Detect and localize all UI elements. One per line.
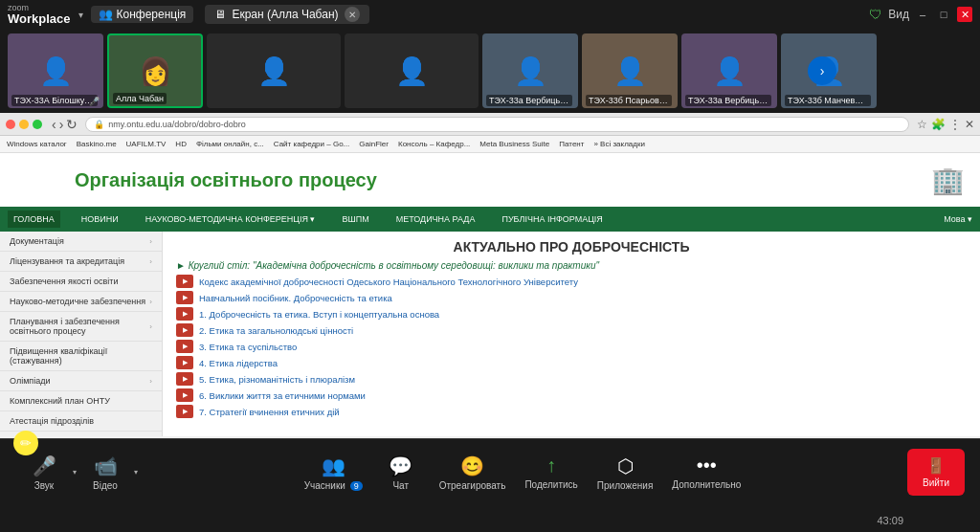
participant-wide-1[interactable]: 👤 ТЭХ-33Б Псарь... — [207, 33, 341, 108]
meeting-label: Конференція — [117, 8, 187, 21]
close-button[interactable]: ✕ — [957, 7, 972, 22]
video-button[interactable]: 📹 Відео — [77, 449, 134, 497]
share-button[interactable]: ↑ Поделитись — [515, 449, 587, 496]
lock-icon: 🔒 — [94, 120, 104, 129]
content-item-8: 7. Стратегії вчинення етичних дій — [176, 405, 967, 418]
content-text-0[interactable]: Кодекс академічної доброчесності Одесько… — [199, 277, 578, 287]
bookmark-3[interactable]: UAFILM.TV — [123, 140, 169, 148]
video-chevron-icon[interactable]: ▾ — [134, 468, 138, 477]
react-icon: 😊 — [460, 454, 484, 477]
minimize-button[interactable]: – — [915, 7, 930, 22]
content-main-link[interactable]: ► Круглий стіл: "Академічна доброчесніст… — [176, 260, 967, 271]
website: 🏛 Організація освітнього процесу 🏢 ГОЛОВ… — [0, 153, 980, 436]
content-icon-4 — [176, 340, 193, 353]
bookmark-9[interactable]: Meta Business Suite — [477, 140, 552, 148]
nav-home[interactable]: ГОЛОВНА — [8, 211, 60, 228]
browser-url-bar[interactable]: 🔒 nmy.ontu.edu.ua/dobro/dobro-dobro — [85, 117, 909, 132]
sidebar-item-4[interactable]: Науково-методичне забезпечення› — [0, 292, 162, 312]
content-text-2[interactable]: 1. Доброчесність та етика. Вступ і конце… — [199, 309, 439, 320]
screen-share-area: ‹ › ↻ 🔒 nmy.ontu.edu.ua/dobro/dobro-dobr… — [0, 113, 980, 438]
close-tab-icon[interactable]: ✕ — [965, 118, 974, 131]
sidebar-item-1[interactable]: Документація› — [0, 232, 162, 252]
content-item-4: 3. Етика та суспільство — [176, 340, 967, 353]
sidebar-item-8[interactable]: Комплексний план ОНТУ — [0, 391, 162, 411]
site-nav: ГОЛОВНА НОВИНИ НАУКОВО-МЕТОДИЧНА КОНФЕРЕ… — [0, 207, 980, 232]
bookmark-1[interactable]: Windows каталог — [4, 140, 70, 148]
participants-button[interactable]: 👥 Учасники 9 — [295, 449, 372, 497]
content-text-1[interactable]: Навчальний посібник. Доброчесність та ет… — [199, 293, 392, 303]
nav-public[interactable]: ПУБЛІЧНА ІНФОРМАЦІЯ — [496, 211, 608, 228]
bookmark-5[interactable]: Фільми онлайн, с... — [193, 140, 267, 148]
browser-min-btn[interactable] — [19, 120, 29, 129]
nav-news[interactable]: НОВИНИ — [76, 211, 124, 228]
content-icon-0 — [176, 275, 193, 288]
participant-name-5: ТЭХ-33а Вербицька Лі... — [685, 95, 771, 106]
content-text-4[interactable]: 3. Етика та суспільство — [199, 342, 297, 352]
sidebar-item-5[interactable]: Планування і забезпечення освітнього про… — [0, 312, 162, 342]
react-button[interactable]: 😊 Отреагировать — [430, 449, 516, 497]
meeting-button[interactable]: 👥 Конференція — [91, 6, 194, 23]
content-item-2: 1. Доброчесність та етика. Вступ і конце… — [176, 307, 967, 321]
apps-icon: ⬡ — [617, 454, 634, 477]
content-text-8[interactable]: 7. Стратегії вчинення етичних дій — [199, 407, 340, 417]
screen-share-button[interactable]: 🖥 Екран (Алла Чабан) ✕ — [205, 5, 368, 24]
forward-icon[interactable]: › — [59, 117, 64, 132]
end-meeting-button[interactable]: 🚪 Вийти — [907, 449, 965, 496]
content-text-5[interactable]: 4. Етика лідерства — [199, 358, 278, 368]
nav-methodical[interactable]: МЕТОДИЧНА РАДА — [390, 211, 481, 228]
content-icon-8 — [176, 405, 193, 418]
sidebar-item-9[interactable]: Атестація підрозділів — [0, 411, 162, 432]
bookmark-7[interactable]: GainFler — [356, 140, 391, 148]
bookmark-all[interactable]: » Всі закладки — [590, 140, 647, 148]
maximize-button[interactable]: □ — [936, 7, 951, 22]
content-item-6: 5. Етика, різноманітність і плюралізм — [176, 372, 967, 386]
nav-language[interactable]: Мова ▾ — [944, 214, 972, 224]
participant-wide-2[interactable]: 👤 ТЭХ-33Б Манче... — [345, 33, 479, 108]
apps-button[interactable]: ⬡ Приложения — [588, 449, 663, 497]
toolbar-center: 👥 Учасники 9 💬 Чат 😊 Отреагировать ↑ Под… — [295, 449, 751, 497]
content-text-3[interactable]: 2. Етика та загальнолюдські цінності — [199, 325, 353, 336]
bookmark-8[interactable]: Консоль – Кафедр... — [395, 140, 473, 148]
participant-name-2: Алла Чабан — [113, 93, 167, 104]
bookmark-4[interactable]: HD — [172, 140, 189, 148]
bookmark-icon[interactable]: ☆ — [917, 118, 927, 131]
content-text-6[interactable]: 5. Етика, різноманітність і плюралізм — [199, 374, 355, 385]
content-text-7[interactable]: 6. Виклики життя за етичними нормами — [199, 390, 366, 401]
content-item-7: 6. Виклики життя за етичними нормами — [176, 388, 967, 402]
sidebar-item-2[interactable]: Ліцензування та акредитація› — [0, 252, 162, 272]
toolbar-right: 🚪 Вийти — [907, 449, 965, 496]
avatar-wide-2: 👤 — [345, 33, 479, 108]
sidebar-item-6[interactable]: Підвищення кваліфікації (стажування) — [0, 342, 162, 371]
sound-control: 🎤 Звук ▾ — [15, 449, 77, 497]
participant-thumb-2[interactable]: 👩 Алла Чабан — [107, 33, 203, 108]
back-icon[interactable]: ‹ — [52, 117, 56, 132]
reload-icon[interactable]: ↻ — [66, 117, 78, 132]
bookmark-10[interactable]: Патент — [556, 140, 587, 148]
content-item-1: Навчальний посібник. Доброчесність та ет… — [176, 291, 967, 304]
chat-button[interactable]: 💬 Чат — [372, 449, 430, 497]
annotation-pencil-button[interactable]: ✏ — [13, 431, 38, 455]
participants-icon: 👥 — [322, 454, 345, 477]
bookmark-2[interactable]: Baskino.me — [74, 140, 120, 148]
bookmark-6[interactable]: Сайт кафедри – Go... — [271, 140, 352, 148]
site-content: АКТУАЛЬНО ПРО ДОБРОЧЕСНІСТЬ ► Круглий ст… — [163, 232, 980, 436]
browser-close-btn[interactable] — [6, 120, 15, 129]
close-screen-button[interactable]: ✕ — [345, 7, 360, 22]
nav-vshpm[interactable]: ВШПМ — [336, 211, 374, 228]
menu-icon[interactable]: ⋮ — [949, 118, 961, 131]
more-button[interactable]: ••• Дополнительно — [662, 449, 750, 496]
sound-button[interactable]: 🎤 Звук — [15, 449, 73, 497]
participant-thumb-1[interactable]: 👤 ТЭХ-33А Білошкура А... 🎤 — [8, 33, 103, 108]
next-participants-button[interactable]: › — [808, 56, 836, 85]
meeting-icon: 👥 — [99, 8, 113, 21]
extensions-icon[interactable]: 🧩 — [931, 118, 946, 131]
participant-thumb-5[interactable]: 👤 ТЭХ-33а Вербицька Лі... — [681, 33, 777, 108]
participant-thumb-3[interactable]: 👤 ТЭХ-33а Вербицька С... — [482, 33, 578, 108]
content-icon-1 — [176, 291, 193, 304]
nav-conference[interactable]: НАУКОВО-МЕТОДИЧНА КОНФЕРЕНЦІЯ — [140, 211, 322, 228]
browser-max-btn[interactable] — [33, 120, 42, 129]
window-controls: 🛡 Вид – □ ✕ — [869, 7, 972, 22]
sidebar-item-3[interactable]: Забезпечення якості освіти — [0, 272, 162, 292]
sidebar-item-7[interactable]: Олімпіади› — [0, 371, 162, 391]
participant-thumb-4[interactable]: 👤 ТЭХ-33б Псарьова Кат... — [582, 33, 678, 108]
